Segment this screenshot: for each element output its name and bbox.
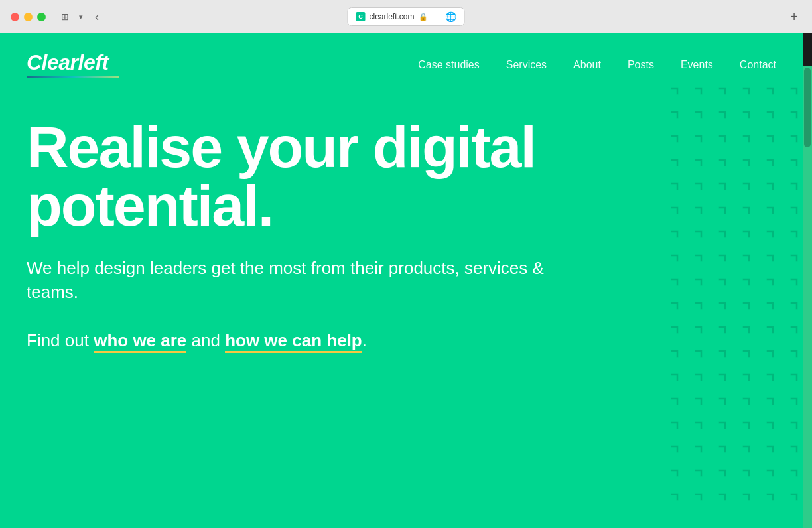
pattern-bracket: [687, 199, 710, 222]
back-icon[interactable]: ‹: [91, 11, 103, 23]
pattern-bracket: [711, 295, 734, 317]
pattern-bracket: [759, 438, 781, 460]
pattern-bracket: [663, 127, 686, 150]
nav-links: Case studies Services About Posts Events…: [418, 59, 776, 71]
how-we-can-help-link[interactable]: how we can help: [225, 330, 362, 353]
pattern-bracket: [711, 127, 734, 150]
pattern-bracket: [687, 342, 710, 365]
pattern-bracket: [711, 247, 734, 269]
pattern-bracket: [687, 462, 710, 484]
pattern-bracket: [663, 247, 686, 269]
nav-link-events[interactable]: Events: [681, 59, 713, 70]
pattern-bracket: [687, 414, 710, 436]
pattern-bracket: [663, 80, 686, 102]
pattern-bracket: [711, 342, 734, 365]
pattern-bracket: [687, 175, 710, 198]
background-pattern: // Will be generated inline below: [657, 73, 803, 524]
pattern-bracket: [687, 390, 710, 413]
pattern-bracket: [711, 486, 734, 508]
browser-toolbar-icons: ⊞ ▾ ‹: [59, 11, 103, 23]
pattern-bracket: [687, 103, 710, 126]
address-bar[interactable]: C clearleft.com 🔒 🌐: [347, 7, 464, 26]
pattern-bracket: [687, 271, 710, 293]
pattern-bracket: [663, 175, 686, 198]
pattern-bracket: [759, 342, 781, 365]
lock-icon: 🔒: [419, 13, 428, 21]
pattern-bracket: [783, 390, 803, 413]
pattern-bracket: [759, 486, 781, 508]
nav-item-about[interactable]: About: [573, 59, 601, 71]
pattern-bracket: [687, 486, 710, 508]
pattern-bracket: [735, 342, 758, 365]
pattern-bracket: [759, 103, 781, 126]
pattern-bracket: [783, 366, 803, 389]
pattern-bracket: [735, 438, 758, 460]
pattern-bracket: [783, 438, 803, 460]
pattern-bracket: [735, 247, 758, 269]
sidebar-toggle-icon[interactable]: ⊞: [59, 11, 71, 23]
pattern-bracket: [663, 318, 686, 341]
website-content: // Will be generated inline below: [0, 33, 803, 528]
nav-item-contact[interactable]: Contact: [740, 59, 776, 71]
pattern-bracket: [783, 80, 803, 102]
cta-prefix: Find out: [27, 330, 94, 350]
pattern-bracket: [783, 175, 803, 198]
pattern-bracket: [735, 223, 758, 245]
pattern-bracket: [759, 151, 781, 174]
pattern-bracket: [735, 175, 758, 198]
nav-item-services[interactable]: Services: [506, 59, 547, 71]
pattern-bracket: [735, 80, 758, 102]
pattern-bracket: [687, 366, 710, 389]
scrollbar-track[interactable]: [803, 66, 812, 528]
nav-link-contact[interactable]: Contact: [740, 59, 776, 70]
nav-link-posts[interactable]: Posts: [628, 59, 654, 70]
pattern-bracket: [759, 223, 781, 245]
pattern-bracket: [783, 247, 803, 269]
pattern-bracket: [783, 199, 803, 222]
pattern-bracket: [663, 438, 686, 460]
who-we-are-link[interactable]: who we are: [94, 330, 186, 353]
pattern-bracket: [783, 151, 803, 174]
pattern-bracket: [759, 199, 781, 222]
minimize-button[interactable]: [24, 13, 33, 21]
fullscreen-button[interactable]: [37, 13, 46, 21]
pattern-bracket: [783, 414, 803, 436]
pattern-bracket: [687, 295, 710, 317]
nav-link-about[interactable]: About: [573, 59, 601, 70]
add-tab-button[interactable]: +: [787, 9, 801, 24]
cta-suffix: .: [362, 330, 367, 350]
chevron-down-icon[interactable]: ▾: [75, 11, 87, 23]
pattern-bracket: [735, 103, 758, 126]
hero-section: Realise your digital potential. We help …: [0, 78, 597, 352]
pattern-bracket: [783, 462, 803, 484]
pattern-bracket: [687, 223, 710, 245]
pattern-bracket: [711, 199, 734, 222]
pattern-bracket: [711, 271, 734, 293]
nav-link-case-studies[interactable]: Case studies: [418, 59, 480, 70]
nav-link-services[interactable]: Services: [506, 59, 547, 70]
nav-item-events[interactable]: Events: [681, 59, 713, 71]
pattern-bracket: [663, 462, 686, 484]
pattern-bracket: [735, 127, 758, 150]
pattern-bracket: [687, 127, 710, 150]
pattern-bracket: [711, 223, 734, 245]
pattern-bracket: [783, 103, 803, 126]
hero-subtext: We help design leaders get the most from…: [27, 256, 571, 304]
pattern-bracket: [759, 414, 781, 436]
pattern-bracket: [663, 295, 686, 317]
pattern-bracket: [711, 438, 734, 460]
nav-item-case-studies[interactable]: Case studies: [418, 59, 480, 71]
scrollbar-thumb[interactable]: [804, 68, 811, 147]
logo[interactable]: Clearleft: [27, 52, 119, 73]
pattern-bracket: [663, 390, 686, 413]
pattern-bracket: [687, 438, 710, 460]
pattern-bracket: [735, 462, 758, 484]
nav-item-posts[interactable]: Posts: [628, 59, 654, 71]
pattern-bracket: [711, 175, 734, 198]
pattern-bracket: [735, 390, 758, 413]
close-button[interactable]: [11, 13, 19, 21]
pattern-bracket: [759, 271, 781, 293]
browser-actions: +: [787, 9, 801, 24]
pattern-bracket: [759, 80, 781, 102]
pattern-bracket: [711, 151, 734, 174]
